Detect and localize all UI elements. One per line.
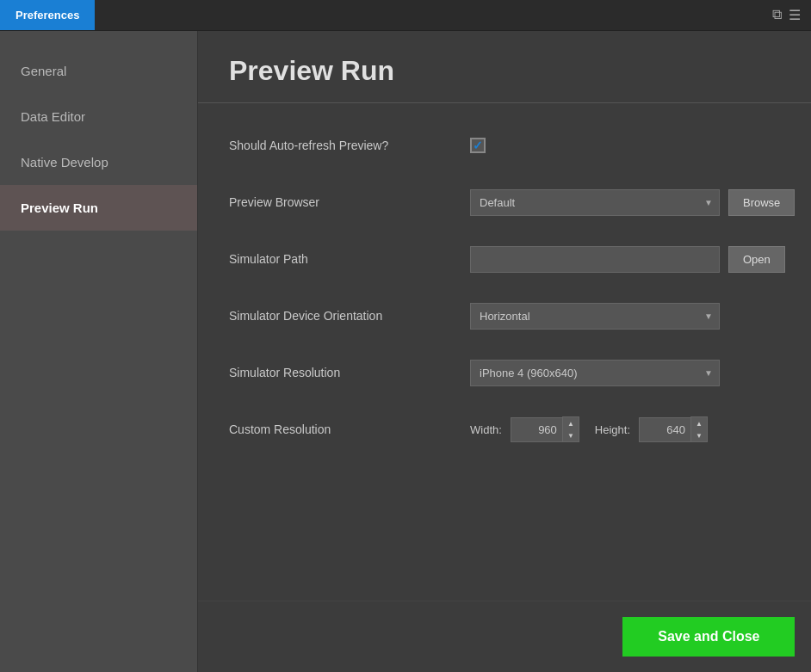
simulator-orientation-label: Simulator Device Orientation: [229, 309, 470, 323]
simulator-path-label: Simulator Path: [229, 252, 470, 266]
title-bar-controls: ⧉ ☰: [772, 7, 811, 23]
preview-browser-select[interactable]: Default Chrome Firefox Safari: [470, 189, 720, 216]
preview-browser-label: Preview Browser: [229, 195, 470, 209]
content-footer: Save and Close: [198, 601, 811, 672]
auto-refresh-checkbox[interactable]: [470, 138, 486, 153]
content-header: Preview Run: [198, 31, 811, 103]
simulator-resolution-select[interactable]: iPhone 4 (960x640) iPhone 5 (1136x640) i…: [470, 360, 720, 386]
width-spinbox: ▲ ▼: [511, 416, 579, 442]
width-label: Width:: [470, 423, 502, 436]
preview-browser-control: Default Chrome Firefox Safari Browse: [470, 189, 795, 216]
width-arrows: ▲ ▼: [562, 416, 579, 442]
simulator-path-input[interactable]: [470, 246, 720, 273]
sidebar-item-preview-run[interactable]: Preview Run: [0, 185, 197, 231]
simulator-orientation-select-wrapper: Horizontal Vertical: [470, 303, 720, 330]
sidebar-item-native-develop[interactable]: Native Develop: [0, 139, 197, 185]
simulator-path-control: Open: [470, 246, 795, 273]
save-and-close-button[interactable]: Save and Close: [622, 617, 795, 657]
auto-refresh-label: Should Auto-refresh Preview?: [229, 139, 470, 152]
custom-resolution-inputs: Width: ▲ ▼ Height: ▲: [470, 416, 708, 442]
simulator-resolution-row: Simulator Resolution iPhone 4 (960x640) …: [229, 356, 795, 389]
height-spinbox: ▲ ▼: [639, 416, 708, 442]
sidebar: General Data Editor Native Develop Previ…: [0, 31, 198, 672]
custom-resolution-row: Custom Resolution Width: ▲ ▼ Height:: [229, 413, 795, 446]
content-area: Preview Run Should Auto-refresh Preview?…: [198, 31, 811, 672]
auto-refresh-row: Should Auto-refresh Preview?: [229, 129, 795, 162]
browse-button[interactable]: Browse: [728, 189, 795, 216]
width-input[interactable]: [511, 417, 562, 442]
main-layout: General Data Editor Native Develop Previ…: [0, 31, 811, 672]
page-title: Preview Run: [229, 55, 795, 87]
preview-browser-row: Preview Browser Default Chrome Firefox S…: [229, 186, 795, 219]
simulator-resolution-control: iPhone 4 (960x640) iPhone 5 (1136x640) i…: [470, 360, 795, 386]
width-up-arrow[interactable]: ▲: [563, 417, 579, 429]
simulator-orientation-control: Horizontal Vertical: [470, 303, 795, 330]
preferences-tab[interactable]: Preferences: [0, 0, 95, 30]
content-body: Should Auto-refresh Preview? Preview Bro…: [198, 103, 811, 601]
simulator-resolution-select-wrapper: iPhone 4 (960x640) iPhone 5 (1136x640) i…: [470, 360, 720, 386]
simulator-orientation-select[interactable]: Horizontal Vertical: [470, 303, 720, 330]
width-down-arrow[interactable]: ▼: [563, 429, 579, 441]
height-label: Height:: [595, 423, 630, 436]
height-down-arrow[interactable]: ▼: [691, 429, 707, 441]
height-up-arrow[interactable]: ▲: [691, 417, 707, 429]
restore-icon[interactable]: ⧉: [772, 7, 782, 23]
custom-resolution-label: Custom Resolution: [229, 422, 470, 436]
sidebar-item-general[interactable]: General: [0, 48, 197, 94]
sidebar-item-data-editor[interactable]: Data Editor: [0, 94, 197, 139]
simulator-orientation-row: Simulator Device Orientation Horizontal …: [229, 299, 795, 332]
tab-label: Preferences: [15, 9, 79, 22]
height-input[interactable]: [639, 417, 690, 442]
simulator-path-row: Simulator Path Open: [229, 243, 795, 275]
open-button[interactable]: Open: [728, 246, 785, 273]
auto-refresh-control: [470, 138, 795, 153]
preview-browser-select-wrapper: Default Chrome Firefox Safari: [470, 189, 720, 216]
custom-resolution-control: Width: ▲ ▼ Height: ▲: [470, 416, 795, 442]
menu-icon[interactable]: ☰: [789, 7, 801, 23]
height-arrows: ▲ ▼: [690, 416, 708, 442]
simulator-resolution-label: Simulator Resolution: [229, 366, 470, 379]
title-bar: Preferences ⧉ ☰: [0, 0, 811, 31]
